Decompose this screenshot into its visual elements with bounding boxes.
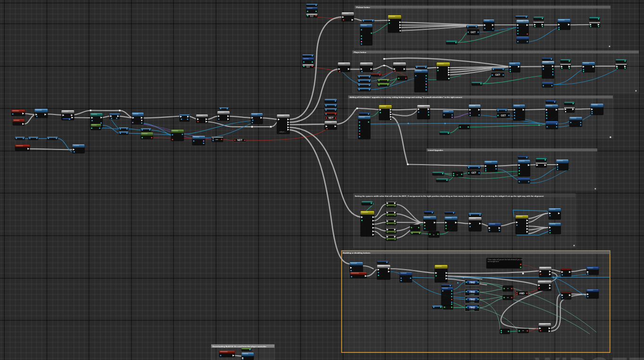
svg-text:0.5000: 0.5000	[470, 294, 474, 296]
svg-text:0.0: 0.0	[310, 15, 314, 18]
svg-text:AND: AND	[519, 292, 524, 295]
svg-text:0.0: 0.0	[307, 66, 310, 68]
svg-text:NOT: NOT	[237, 139, 242, 141]
svg-text:==: ==	[215, 139, 218, 141]
svg-text:WIDGET: WIDGET	[535, 351, 644, 360]
svg-text:GET: GET	[501, 114, 506, 117]
svg-text:Adding all 9 buildables' upgra: Adding all 9 buildables' upgrades to an …	[350, 96, 463, 98]
svg-text:Player button: Player button	[354, 51, 367, 53]
svg-text:FIND: FIND	[470, 281, 475, 284]
svg-text:=: =	[523, 330, 524, 332]
svg-text:FIND: FIND	[470, 290, 475, 293]
svg-text:Enabling or disabling buttons: Enabling or disabling buttons	[343, 252, 370, 254]
svg-text:0.5000: 0.5000	[470, 309, 474, 311]
svg-text:GET: GET	[495, 73, 500, 76]
svg-text:Downloading Build UI. Us used: Downloading Build UI. Us used from the p…	[213, 345, 266, 348]
svg-text:GET: GET	[471, 31, 475, 34]
svg-text:=: =	[507, 287, 509, 290]
svg-text:not enough level: not enough level	[488, 261, 499, 263]
svg-text:GET: GET	[472, 171, 476, 174]
svg-text:Pickaxe button: Pickaxe button	[356, 6, 370, 9]
svg-text:add pin +: add pin +	[279, 131, 286, 133]
svg-text:FIND: FIND	[470, 306, 475, 309]
svg-text:Lineal Upgrades: Lineal Upgrades	[428, 149, 444, 151]
svg-text:0.5000: 0.5000	[470, 301, 474, 303]
svg-text:FIND: FIND	[470, 298, 475, 301]
svg-text:NOT: NOT	[328, 116, 334, 119]
svg-text:=: =	[507, 296, 509, 299]
svg-text:Setting the spacers width valu: Setting the spacers width value that wil…	[355, 195, 544, 197]
